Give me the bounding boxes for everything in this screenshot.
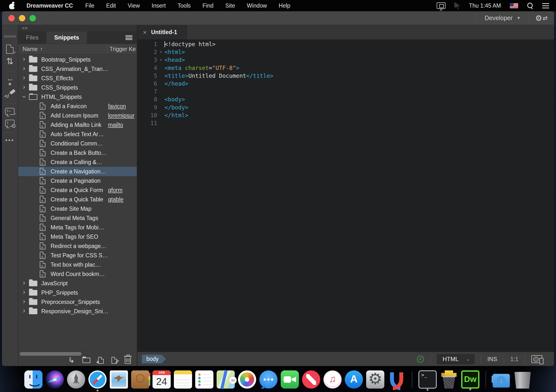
snippet-row[interactable]: › Word Count bookm… [18,269,137,279]
code-line[interactable]: 10 </html> [138,111,554,119]
menu-view[interactable]: View [128,2,140,9]
fold-arrow-icon[interactable] [157,64,165,72]
fold-arrow-icon[interactable] [157,111,165,119]
system-preferences-icon[interactable] [366,370,384,389]
window-titlebar[interactable]: Developer ▼ ⚙ ⇄ [2,11,554,25]
snippet-row[interactable]: › CSS_Snippets [18,83,137,92]
doctype-select[interactable]: HTML ⌄ [437,354,474,364]
horizontal-scrollbar-thumb[interactable] [20,352,82,356]
column-divider[interactable] [107,46,107,52]
menu-site[interactable]: Site [225,2,235,9]
sync-settings-button[interactable]: ⚙ ⇄ [535,14,548,22]
snippet-row[interactable]: › CSS_Effects [18,74,137,83]
insert-mode-indicator[interactable]: INS [487,356,497,363]
app-store-icon[interactable] [345,370,363,389]
snippet-row[interactable]: › Create Site Map [18,204,137,213]
fold-arrow-icon[interactable]: ▼ [157,48,165,56]
toolbar-grip-icon[interactable] [5,35,15,38]
fold-arrow-icon[interactable] [157,72,165,80]
fold-arrow-icon[interactable] [157,40,165,48]
snippet-row[interactable]: › Bootstrap_Snippets [18,55,137,64]
menu-window[interactable]: Window [247,2,267,9]
snippet-row[interactable]: › HTML_Snippets [18,92,137,102]
minimize-window-button[interactable] [19,15,25,21]
snippet-row[interactable]: › Redirect a webpage… [18,241,137,251]
extend-wrap-icon[interactable]: ↔* [7,76,13,88]
snippet-row[interactable]: › Test Page for CSS S… [18,251,137,260]
disclosure-icon[interactable]: › [21,94,28,99]
stuffit-icon[interactable] [440,370,458,389]
code-line[interactable]: 3 ▼ <head> [138,56,554,64]
trash-icon[interactable] [514,372,532,389]
menu-help[interactable]: Help [279,2,290,9]
menu-edit[interactable]: Edit [106,2,116,9]
snippet-row[interactable]: › Conditional Comm… [18,139,137,148]
disclosure-icon[interactable]: › [22,298,27,305]
input-source-us-flag-icon[interactable] [510,3,518,8]
finder-icon[interactable] [24,370,42,389]
menu-tools[interactable]: Tools [178,2,191,9]
snippet-row[interactable]: › Add Loreum Ipsum loremipsur [18,111,137,120]
menu-file[interactable]: File [85,2,94,9]
code-line[interactable]: 4 <meta charset="UTF-8"> [138,64,554,72]
disclosure-icon[interactable]: › [22,289,27,295]
snippet-row[interactable]: › Auto Select Text Ar… [18,130,137,139]
messages-icon[interactable] [259,370,278,389]
music-icon[interactable] [323,370,342,389]
snippet-row[interactable]: › Preprocessor_Snippets [18,297,137,307]
snippet-row[interactable]: › Meta Tags for SEO [18,232,137,241]
preview-in-browser-icon[interactable] [531,355,542,363]
delete-snippet-icon[interactable] [125,357,131,364]
column-header-trigger[interactable]: Trigger Ke [110,46,137,52]
more-options-icon[interactable]: ••• [5,137,14,144]
photos-icon[interactable] [238,370,256,389]
apple-menu-icon[interactable] [9,2,15,9]
code-line[interactable]: 2 ▼ <html> [138,48,554,56]
apply-comment-icon[interactable]: !-- [5,108,14,115]
fold-arrow-icon[interactable] [157,88,165,95]
snippet-row[interactable]: › PHP_Snippets [18,288,137,297]
snippet-row[interactable]: › Adding a Mailto Link mailto [18,120,137,130]
disclosure-icon[interactable]: › [22,74,27,81]
snippet-row[interactable]: › Add a Favicon favicon [18,102,137,111]
fold-arrow-icon[interactable]: ▼ [157,56,165,64]
snippet-row[interactable]: › Create a Quick Form qform [18,185,137,195]
snippet-row[interactable]: › CSS_Animation_&_Tran… [18,64,137,74]
disclosure-icon[interactable]: › [22,279,27,286]
downloads-icon[interactable] [492,370,510,389]
snippets-list[interactable]: › Bootstrap_Snippets › CSS_Animation_&_T… [18,54,137,351]
code-line[interactable]: 5 <title>Untitled Document</title> [138,72,554,80]
code-line[interactable]: 1 <!doctype html> [138,40,554,48]
magnet-icon[interactable] [388,370,406,389]
mail-icon[interactable] [110,370,128,389]
menu-find[interactable]: Find [203,2,214,9]
document-tab[interactable]: × Untitled-1 [138,25,187,39]
code-editor[interactable]: 1 <!doctype html> 2 ▼ <html> 3 ▼ <head> … [138,40,554,352]
siri-icon[interactable] [46,370,64,389]
disclosure-icon[interactable]: › [22,65,27,72]
calendar-icon[interactable]: JAN24 [153,370,171,389]
snippet-row[interactable]: › Create a Quick Table qtable [18,195,137,204]
lint-ok-icon[interactable]: ✓ [417,356,424,363]
spotlight-search-icon[interactable] [527,2,533,9]
workspace-switcher[interactable]: Developer ▼ [482,14,523,22]
edit-snippet-icon[interactable]: ✎ [111,357,117,364]
snippet-row[interactable]: › JavaScript [18,279,137,288]
column-header-name[interactable]: Name ↑ [18,46,43,52]
fold-arrow-icon[interactable] [157,95,165,103]
code-line[interactable]: 11 [138,119,554,127]
facetime-icon[interactable] [281,370,299,389]
snippet-row[interactable]: › Meta Tags for Mobi… [18,223,137,232]
panel-menu-icon[interactable] [125,35,132,40]
file-updown-icon[interactable]: ⇅ [6,57,14,66]
code-line[interactable]: 7 [138,88,554,95]
snippet-row[interactable]: › Create a Calling &… [18,157,137,167]
snippet-row[interactable]: › Create a Navigation… [18,167,137,176]
pointer-icon[interactable] [454,2,460,9]
new-folder-icon[interactable] [83,358,90,363]
fold-arrow-icon[interactable] [157,80,165,88]
snippet-row[interactable]: › General Meta Tags [18,213,137,223]
terminal-icon[interactable]: >_ [418,370,437,389]
menu-bar-clock[interactable]: Thu 1:45 AM [469,2,501,9]
disclosure-icon[interactable]: › [22,307,27,314]
